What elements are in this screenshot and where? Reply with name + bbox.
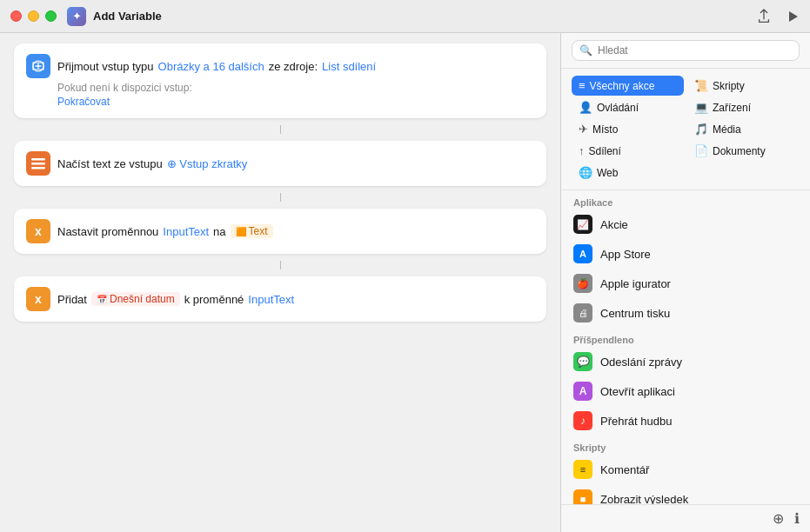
step3-tag-label: Text — [249, 225, 268, 237]
share-icon: ↑ — [579, 144, 585, 157]
sidebar-item-odeslani-zpravy[interactable]: 💬 Odeslání zprávy — [561, 347, 810, 376]
step1-text2: ze zdroje: — [269, 60, 318, 73]
sidebar-item-komentar[interactable]: ≡ Komentář — [561, 455, 810, 484]
step1-header: Přijmout vstup typu Obrázky a 16 dalších… — [26, 54, 534, 78]
sidebar-item-apple-igurator[interactable]: 🍎 Apple igurator — [561, 269, 810, 298]
sidebar-item-zobrazit-vysledek[interactable]: ■ Zobrazit výsledek — [561, 484, 810, 504]
step4-tag[interactable]: 📅 Dnešní datum — [91, 292, 180, 306]
divider3 — [280, 261, 281, 269]
komentar-icon: ≡ — [573, 460, 592, 479]
devices-icon: 💻 — [694, 101, 708, 114]
step3-tag[interactable]: 🟧 Text — [231, 224, 273, 238]
category-share-label: Sdílení — [589, 145, 621, 157]
prehrat-hudbu-label: Přehrát hudbu — [600, 415, 672, 428]
section-label-scripts: Skripty — [561, 436, 810, 455]
category-location-label: Místo — [592, 123, 618, 136]
svg-rect-2 — [31, 158, 45, 161]
category-media-label: Média — [713, 123, 741, 136]
step4-icon: x — [26, 287, 50, 311]
prehrat-hudbu-icon: ♪ — [573, 411, 592, 430]
otevreni-aplikace-label: Otevřít aplikaci — [600, 385, 675, 398]
svg-rect-3 — [31, 163, 45, 165]
step3-text2: na — [213, 225, 225, 238]
akcie-label: Akcie — [600, 218, 628, 231]
action-card-step1: Přijmout vstup typu Obrázky a 16 dalších… — [14, 43, 546, 118]
sidebar-item-akcie[interactable]: 📈 Akcie — [561, 209, 810, 239]
category-grid: ≡ Všechny akce 📜 Skripty 👤 Ovládání 💻 Za… — [561, 69, 810, 190]
sidebar-item-appstore[interactable]: A App Store — [561, 239, 810, 269]
category-scripts-label: Skripty — [713, 80, 745, 92]
control-icon: 👤 — [579, 101, 592, 114]
step4-link1[interactable]: InputText — [248, 293, 294, 306]
step2-link1[interactable]: ⊕ Vstup zkratky — [167, 157, 248, 170]
category-location[interactable]: ✈ Místo — [572, 119, 684, 139]
category-control[interactable]: 👤 Ovládání — [572, 97, 684, 117]
step3-text1: Nastavit proměnnou — [57, 225, 158, 238]
step2-icon — [26, 151, 50, 176]
category-web-label: Web — [597, 167, 618, 179]
akcie-icon: 📈 — [573, 215, 592, 234]
category-web[interactable]: 🌐 Web — [572, 163, 684, 183]
appstore-label: App Store — [600, 248, 651, 261]
traffic-lights — [10, 10, 57, 22]
sidebar-item-centrum-tisku[interactable]: 🖨 Centrum tisku — [561, 298, 810, 328]
sidebar-content: Aplikace 📈 Akcie A App Store 🍎 Apple igu… — [561, 190, 810, 504]
search-input[interactable] — [598, 44, 792, 57]
step1-continue[interactable]: Pokračovat — [57, 96, 534, 108]
sidebar-search-area: 🔍 — [561, 33, 810, 69]
sidebar-item-prehrat-hudbu[interactable]: ♪ Přehrát hudbu — [561, 406, 810, 436]
sidebar: 🔍 ≡ Všechny akce 📜 Skripty 👤 Ovládání 💻 … — [561, 33, 810, 532]
appstore-icon: A — [573, 244, 592, 263]
media-icon: 🎵 — [694, 123, 708, 136]
window-title: Add Variable — [93, 10, 162, 23]
centrum-tisku-icon: 🖨 — [573, 303, 592, 323]
step3-header: x Nastavit proměnnou InputText na 🟧 Text — [26, 219, 534, 243]
svg-rect-4 — [31, 167, 45, 170]
step3-link1[interactable]: InputText — [163, 225, 209, 238]
step3-title: Nastavit proměnnou InputText na 🟧 Text — [57, 224, 273, 238]
step3-icon: x — [26, 219, 50, 243]
zobrazit-vysledek-label: Zobrazit výsledek — [600, 493, 688, 505]
divider1 — [280, 125, 281, 134]
maximize-button[interactable] — [45, 10, 57, 22]
step1-title: Přijmout vstup typu Obrázky a 16 dalších… — [57, 60, 376, 73]
step1-link1[interactable]: Obrázky a 16 dalších — [158, 60, 264, 73]
section-label-apps: Aplikace — [561, 190, 810, 209]
step2-header: Načíst text ze vstupu ⊕ Vstup zkratky — [26, 151, 534, 176]
step1-link2[interactable]: List sdílení — [322, 60, 376, 73]
category-media[interactable]: 🎵 Média — [687, 119, 800, 139]
location-icon: ✈ — [579, 123, 588, 136]
close-button[interactable] — [10, 10, 22, 22]
svg-marker-0 — [789, 11, 798, 22]
play-button[interactable] — [786, 10, 800, 23]
all-actions-icon: ≡ — [579, 79, 586, 92]
sidebar-add-button[interactable]: ⊕ — [773, 510, 784, 527]
sidebar-bottom-toolbar: ⊕ ℹ — [561, 504, 810, 532]
step2-title: Načíst text ze vstupu ⊕ Vstup zkratky — [57, 157, 247, 170]
step4-title: Přidat 📅 Dnešní datum k proměnné InputTe… — [57, 292, 294, 306]
category-scripts[interactable]: 📜 Skripty — [687, 76, 800, 96]
step4-text1: Přidat — [57, 293, 87, 306]
category-all-actions[interactable]: ≡ Všechny akce — [572, 76, 684, 96]
category-devices[interactable]: 💻 Zařízení — [687, 97, 800, 117]
category-devices-label: Zařízení — [713, 102, 751, 114]
category-all-label: Všechny akce — [590, 80, 655, 92]
app-icon: ✦ — [67, 7, 86, 26]
step1-subtitle: Pokud není k dispozici vstup: — [57, 82, 534, 94]
titlebar: ✦ Add Variable — [0, 0, 810, 33]
action-card-step2: Načíst text ze vstupu ⊕ Vstup zkratky — [14, 141, 546, 186]
odeslani-zpravy-icon: 💬 — [573, 352, 592, 371]
workflow-panel: Přijmout vstup typu Obrázky a 16 dalších… — [0, 33, 561, 532]
category-documents[interactable]: 📄 Dokumenty — [687, 141, 800, 161]
minimize-button[interactable] — [28, 10, 39, 22]
apple-igurator-icon: 🍎 — [573, 274, 592, 293]
main-container: Přijmout vstup typu Obrázky a 16 dalších… — [0, 33, 810, 532]
sidebar-item-otevreni-aplikace[interactable]: A Otevřít aplikaci — [561, 376, 810, 406]
centrum-tisku-label: Centrum tisku — [600, 307, 670, 320]
search-wrapper[interactable]: 🔍 — [572, 40, 800, 61]
step4-header: x Přidat 📅 Dnešní datum k proměnné Input… — [26, 287, 534, 311]
category-share[interactable]: ↑ Sdílení — [572, 141, 684, 161]
sidebar-info-button[interactable]: ℹ — [794, 510, 800, 527]
category-documents-label: Dokumenty — [713, 145, 766, 157]
share-button[interactable] — [756, 9, 772, 24]
